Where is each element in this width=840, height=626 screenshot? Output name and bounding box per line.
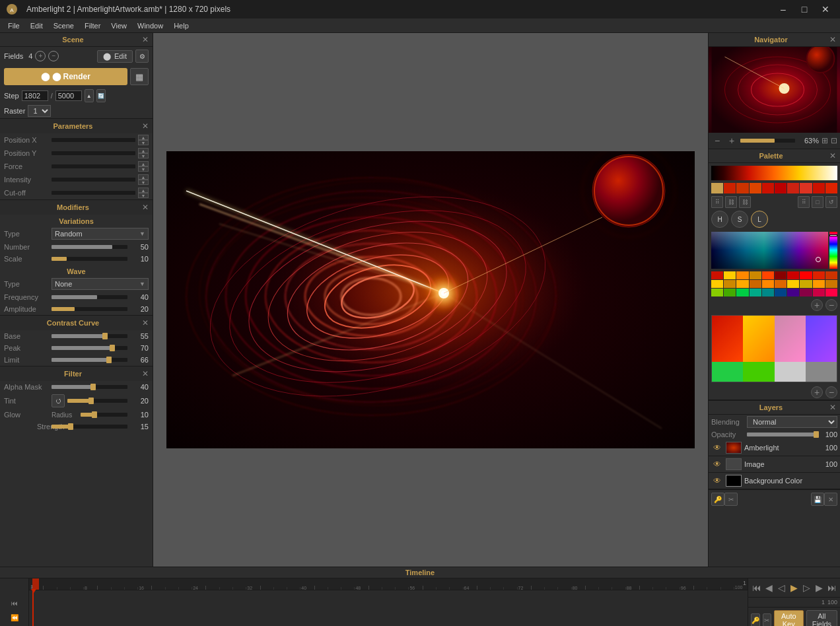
filter-alpha-mask-slider[interactable]: [52, 382, 127, 392]
pg2-swatch[interactable]: [712, 362, 743, 382]
layer-delete-button[interactable]: ✕: [824, 493, 837, 506]
swatch[interactable]: [813, 271, 825, 279]
wave-frequency-slider[interactable]: [52, 293, 127, 302]
h-button[interactable]: H: [711, 211, 728, 228]
palette-add-button[interactable]: +: [811, 299, 823, 311]
swatch[interactable]: [775, 271, 787, 279]
zoom-in-button[interactable]: +: [726, 135, 738, 147]
timeline-prev-frame-button[interactable]: ◀: [763, 581, 775, 594]
opacity-slider[interactable]: [747, 433, 819, 436]
pg2-swatch[interactable]: [806, 316, 837, 362]
palette-link2-button[interactable]: ⛓: [739, 196, 751, 208]
swatch[interactable]: [787, 289, 799, 296]
autokey-button[interactable]: Auto Key: [774, 610, 804, 626]
menu-filter[interactable]: Filter: [79, 20, 106, 31]
menu-file[interactable]: File: [3, 20, 25, 31]
edit-button[interactable]: ⬤ Edit: [97, 50, 133, 63]
swatch[interactable]: [813, 289, 825, 296]
render-grid-button[interactable]: ▦: [130, 68, 149, 85]
pg2-swatch[interactable]: [775, 316, 806, 362]
pg2-swatch[interactable]: [806, 362, 837, 382]
swatch[interactable]: [711, 280, 723, 288]
menu-scene[interactable]: Scene: [48, 20, 79, 31]
swatch[interactable]: [825, 183, 837, 193]
scene-close-icon[interactable]: ✕: [142, 35, 149, 44]
close-button[interactable]: ✕: [816, 3, 835, 16]
swatch[interactable]: [711, 289, 723, 296]
timeline-prev-button[interactable]: ⏪: [8, 611, 21, 624]
swatch[interactable]: [724, 183, 736, 193]
pg2-swatch[interactable]: [743, 362, 774, 382]
param-position-y-arrows[interactable]: ▲▼: [138, 148, 149, 158]
timeline-play-button[interactable]: ▶: [788, 581, 800, 594]
param-cutoff-slider[interactable]: [52, 188, 135, 197]
contrast-curve-close-icon[interactable]: ✕: [142, 318, 149, 328]
menu-help[interactable]: Help: [168, 20, 194, 31]
swatch[interactable]: [813, 280, 825, 288]
filter-tint-slider[interactable]: [67, 396, 127, 405]
swatch[interactable]: [736, 271, 748, 279]
swatch[interactable]: [775, 183, 787, 193]
swatch[interactable]: [711, 271, 723, 279]
param-force-slider[interactable]: [52, 162, 135, 171]
palette-cycle-button[interactable]: ↺: [825, 196, 837, 208]
param-intensity-arrows[interactable]: ▲▼: [138, 174, 149, 185]
layers-close-icon[interactable]: ✕: [829, 403, 836, 412]
step-total-input[interactable]: [55, 90, 82, 101]
swatch[interactable]: [762, 280, 774, 288]
swatch[interactable]: [711, 183, 723, 193]
fields-add-button[interactable]: +: [35, 51, 46, 61]
swatch[interactable]: [813, 183, 825, 193]
layer-cut-button[interactable]: ✂: [724, 493, 738, 506]
wave-type-dropdown[interactable]: None ▼: [52, 278, 149, 290]
palette-link-button[interactable]: ⛓: [725, 196, 737, 208]
palette-square-button[interactable]: □: [812, 196, 823, 208]
contrast-base-slider[interactable]: [52, 331, 127, 341]
timeline-step-back-button[interactable]: ◁: [776, 581, 787, 594]
swatch[interactable]: [762, 289, 774, 296]
modifiers-close-icon[interactable]: ✕: [142, 203, 149, 212]
pg2-swatch[interactable]: [712, 316, 743, 362]
filter-strength-slider[interactable]: [52, 422, 127, 431]
swatch[interactable]: [825, 280, 837, 288]
param-position-x-arrows[interactable]: ▲▼: [138, 135, 149, 145]
swatch[interactable]: [724, 289, 736, 296]
swatch[interactable]: [750, 183, 761, 193]
timeline-to-start-button[interactable]: ⏮: [8, 596, 21, 609]
wave-amplitude-slider[interactable]: [52, 304, 127, 314]
l-button[interactable]: L: [751, 211, 768, 228]
swatch[interactable]: [762, 183, 774, 193]
menu-view[interactable]: View: [106, 20, 132, 31]
parameters-close-icon[interactable]: ✕: [142, 122, 149, 131]
zoom-slider[interactable]: [740, 139, 795, 143]
layer-image-eye[interactable]: 👁: [711, 458, 723, 470]
filter-close-icon[interactable]: ✕: [142, 369, 149, 378]
variations-type-dropdown[interactable]: Random ▼: [52, 228, 149, 240]
swatch[interactable]: [800, 280, 812, 288]
swatch[interactable]: [825, 271, 837, 279]
blending-select[interactable]: Normal Multiply Screen Overlay: [747, 416, 837, 428]
param-force-arrows[interactable]: ▲▼: [138, 161, 149, 172]
param-position-y-slider[interactable]: [52, 149, 135, 158]
variations-scale-slider[interactable]: [52, 254, 127, 263]
step-arrow1-button[interactable]: ▲: [85, 89, 94, 102]
minimize-button[interactable]: –: [774, 3, 792, 16]
s-button[interactable]: S: [731, 211, 748, 228]
swatch[interactable]: [800, 289, 812, 296]
hue-bar[interactable]: [829, 232, 837, 269]
swatch[interactable]: [800, 183, 812, 193]
color-picker-area[interactable]: [711, 232, 837, 269]
layer-amberlight-eye[interactable]: 👁: [711, 442, 723, 454]
scene-settings-button[interactable]: ⚙: [135, 50, 149, 63]
palette-dots-button[interactable]: ⠿: [711, 196, 723, 208]
variations-number-slider[interactable]: [52, 242, 127, 252]
pg2-swatch[interactable]: [775, 362, 806, 382]
swatch[interactable]: [750, 280, 761, 288]
swatch[interactable]: [775, 280, 787, 288]
timeline-key-button[interactable]: 🔑: [751, 613, 760, 626]
timeline-cut-button[interactable]: ✂: [763, 613, 771, 626]
swatch[interactable]: [787, 183, 799, 193]
palette-group2-remove-button[interactable]: −: [825, 386, 837, 398]
swatch[interactable]: [825, 289, 837, 296]
timeline-end-button[interactable]: ⏭: [826, 581, 837, 594]
